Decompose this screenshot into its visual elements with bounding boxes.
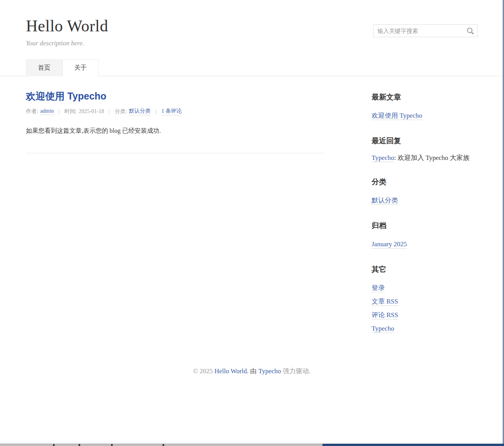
- author-link[interactable]: admin: [40, 108, 54, 115]
- post-list: 欢迎使用 Typecho 作者: admin | 时间: 2025-01-18 …: [26, 76, 324, 349]
- post-title-link[interactable]: 欢迎使用 Typecho: [26, 91, 106, 101]
- comment-author-link[interactable]: Typecho: [372, 154, 394, 162]
- list-item: 默认分类: [372, 194, 478, 207]
- site-description: Your description here.: [26, 39, 478, 48]
- post-date: 2025-01-18: [79, 108, 104, 115]
- list-item: January 2025: [372, 237, 478, 251]
- typecho-link[interactable]: Typecho: [372, 325, 394, 333]
- comment-rss-link[interactable]: 评论 RSS: [372, 311, 398, 319]
- search-input[interactable]: [374, 25, 462, 37]
- latest-post-link[interactable]: 欢迎使用 Typecho: [372, 112, 422, 120]
- site-title-link[interactable]: Hello World: [26, 17, 108, 35]
- category-item-link[interactable]: 默认分类: [372, 197, 398, 205]
- post-body: 如果您看到这篇文章,表示您的 blog 已经安装成功.: [26, 126, 324, 136]
- nav-tab-home-label: 首页: [38, 64, 50, 71]
- footer: © 2025 Hello World. 由 Typecho 强力驱动.: [26, 349, 478, 376]
- footer-engine-link[interactable]: Typecho: [259, 367, 281, 375]
- archive-link[interactable]: January 2025: [372, 240, 407, 249]
- site-header: Hello World Your description here. 首页 关于: [26, 0, 478, 76]
- comments-link[interactable]: 1 条评论: [161, 108, 182, 115]
- comment-text: : 欢迎加入 Typecho 大家族: [394, 154, 470, 161]
- bottom-strip-mark: [79, 444, 80, 446]
- list-item: 欢迎使用 Typecho: [372, 109, 478, 122]
- post: 欢迎使用 Typecho 作者: admin | 时间: 2025-01-18 …: [26, 91, 324, 136]
- sidebar: 最新文章 欢迎使用 Typecho 最近回复 Typecho: 欢迎加入 Typ…: [372, 76, 478, 349]
- widget-title-recent-comments: 最近回复: [372, 136, 478, 146]
- bottom-strip-gray: [0, 444, 322, 446]
- bottom-strip-mark: [163, 444, 164, 446]
- window-right-edge: [503, 0, 504, 446]
- nav-tab-about-label: 关于: [74, 64, 87, 71]
- nav-tab-about[interactable]: 关于: [62, 59, 99, 76]
- footer-suffix-text: 强力驱动.: [281, 367, 311, 375]
- main-area: 欢迎使用 Typecho 作者: admin | 时间: 2025-01-18 …: [26, 76, 478, 349]
- search-icon: [466, 27, 474, 35]
- recent-comment-item: Typecho: 欢迎加入 Typecho 大家族: [372, 153, 478, 163]
- widget-title-misc: 其它: [372, 265, 478, 274]
- copyright-text: © 2025: [193, 367, 214, 375]
- post-title: 欢迎使用 Typecho: [26, 91, 324, 101]
- widget-misc: 其它 登录 文章 RSS 评论 RSS Typecho: [372, 265, 478, 335]
- post-meta: 作者: admin | 时间: 2025-01-18 | 分类: 默认分类 | …: [26, 108, 324, 115]
- widget-title-latest-posts: 最新文章: [372, 93, 478, 102]
- nav-tab-home[interactable]: 首页: [26, 59, 62, 76]
- category-label: 分类:: [115, 108, 127, 115]
- widget-title-categories: 分类: [372, 177, 478, 187]
- meta-separator: |: [58, 108, 60, 115]
- main-nav: 首页 关于: [26, 59, 478, 76]
- list-item: 文章 RSS: [372, 295, 478, 308]
- widget-recent-comments: 最近回复 Typecho: 欢迎加入 Typecho 大家族: [372, 136, 478, 163]
- author-label: 作者:: [26, 108, 38, 115]
- widget-title-archives: 归档: [372, 221, 478, 230]
- search-box: [373, 24, 478, 37]
- widget-archives: 归档 January 2025: [372, 221, 478, 251]
- footer-site-link[interactable]: Hello World: [214, 367, 247, 375]
- list-item: 评论 RSS: [372, 308, 478, 322]
- bottom-strip-navy: [322, 444, 504, 446]
- meta-separator: |: [109, 108, 110, 115]
- footer-middle-text: . 由: [247, 367, 259, 375]
- post-rss-link[interactable]: 文章 RSS: [372, 298, 398, 306]
- widget-latest-posts: 最新文章 欢迎使用 Typecho: [372, 93, 478, 122]
- widget-categories: 分类 默认分类: [372, 177, 478, 207]
- bottom-strip-mark: [53, 444, 55, 446]
- list-item: 登录: [372, 281, 478, 295]
- bottom-strip-mark: [111, 444, 113, 446]
- meta-separator: |: [155, 108, 157, 115]
- list-item: Typecho: [372, 322, 478, 335]
- post-divider: [26, 153, 324, 153]
- category-link[interactable]: 默认分类: [129, 108, 151, 115]
- date-label: 时间:: [65, 108, 77, 115]
- login-link[interactable]: 登录: [372, 284, 385, 292]
